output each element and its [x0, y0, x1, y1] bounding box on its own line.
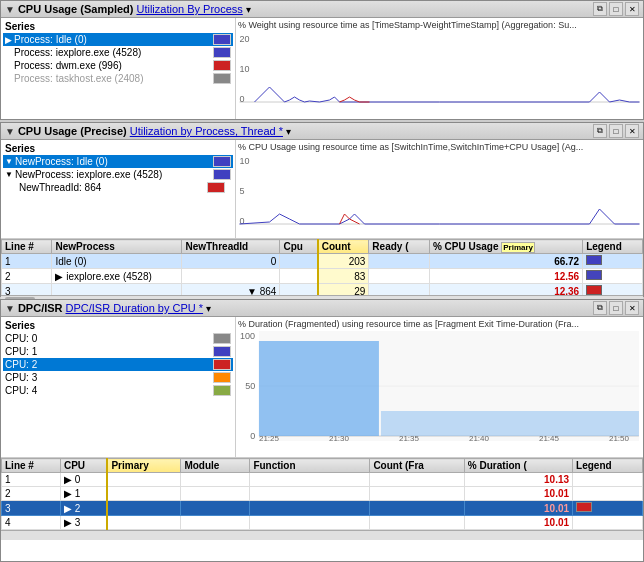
row1-cpu — [280, 254, 318, 269]
col-cpuusage[interactable]: % CPU Usage Primary — [429, 240, 582, 254]
row2-ready — [369, 269, 430, 284]
p3-col-primary[interactable]: Primary — [107, 459, 180, 473]
panel-cpu-precise: ▼ CPU Usage (Precise) Utilization by Pro… — [0, 122, 644, 297]
p3-row3-module — [181, 501, 250, 516]
panel3-btn-3[interactable]: ✕ — [625, 301, 639, 315]
panel1-btn-close[interactable]: ✕ — [625, 2, 639, 16]
col-newthreadid[interactable]: NewThreadId — [182, 240, 280, 254]
series-item-idle[interactable]: ▶ Process: Idle (0) — [3, 33, 233, 46]
panel3-btn-2[interactable]: □ — [609, 301, 623, 315]
p3-row3-legend — [573, 501, 643, 516]
p2-series-item-1[interactable]: ▼ NewProcess: iexplore.exe (4528) — [3, 168, 233, 181]
table-row[interactable]: 3 ▼ 864 29 12.36 — [2, 284, 643, 296]
p3-col-count[interactable]: Count (Fra — [370, 459, 464, 473]
p3-row2-cpu: ▶ 1 — [60, 487, 107, 501]
panel2-chart-svg: 10 5 0 — [238, 154, 641, 229]
p3-col-cpu[interactable]: CPU — [60, 459, 107, 473]
svg-text:21:35: 21:35 — [399, 434, 420, 441]
p3-row2-function — [250, 487, 370, 501]
panel3-title: DPC/ISR — [18, 302, 63, 314]
p3-col-legend[interactable]: Legend — [573, 459, 643, 473]
panel2-data-table: Line # NewProcess NewThreadId Cpu Count … — [1, 239, 643, 295]
col-newprocess[interactable]: NewProcess — [52, 240, 182, 254]
svg-text:0: 0 — [240, 216, 245, 226]
series-item-taskhost-label: Process: taskhost.exe (2408) — [14, 73, 213, 84]
panel1-icon: ▼ — [5, 4, 15, 15]
panel3-axis-labels: 100 50 0 21:25 21:30 21:35 — [238, 331, 641, 441]
p3-series-2[interactable]: CPU: 2 — [3, 358, 233, 371]
panel3-data-table: Line # CPU Primary Module Function Count… — [1, 458, 643, 530]
svg-text:21:50: 21:50 — [609, 434, 630, 441]
panel1-dropdown-icon[interactable]: ▾ — [246, 4, 251, 15]
panel1-toolbar: ⧉ □ ✕ — [593, 2, 639, 16]
p3-row2-module — [181, 487, 250, 501]
panel2-header: ▼ CPU Usage (Precise) Utilization by Pro… — [1, 123, 643, 140]
p3-row4-line: 4 — [2, 516, 61, 530]
p2-color-2 — [207, 182, 225, 193]
panel2-table-body: 1 Idle (0) 0 203 66.72 2 ▶ iexplore.exe … — [2, 254, 643, 296]
panel2-btn-3[interactable]: ✕ — [625, 124, 639, 138]
table-row[interactable]: 1 ▶ 0 10.13 — [2, 473, 643, 487]
table-row-selected[interactable]: 3 ▶ 2 10.01 — [2, 501, 643, 516]
p3-row3-primary — [107, 501, 180, 516]
series-item-dwm-color — [213, 60, 231, 71]
p3-row2-duration: 10.01 — [464, 487, 572, 501]
p3-row3-line: 3 — [2, 501, 61, 516]
p3-row1-function — [250, 473, 370, 487]
p3-row1-count — [370, 473, 464, 487]
p3-series-1[interactable]: CPU: 1 — [3, 345, 233, 358]
panel3-series-label: Series — [3, 319, 233, 332]
series-item-iexplore[interactable]: ▶ Process: iexplore.exe (4528) — [3, 46, 233, 59]
col-ready[interactable]: Ready ( — [369, 240, 430, 254]
panel1-header: ▼ CPU Usage (Sampled) Utilization By Pro… — [1, 1, 643, 18]
col-cpu[interactable]: Cpu — [280, 240, 318, 254]
panel1-btn-multiwindow[interactable]: ⧉ — [593, 2, 607, 16]
table-row[interactable]: 2 ▶ 1 10.01 — [2, 487, 643, 501]
svg-rect-12 — [381, 411, 639, 436]
series-item-iexplore-color — [213, 47, 231, 58]
p3-series-0[interactable]: CPU: 0 — [3, 332, 233, 345]
row2-cpu — [280, 269, 318, 284]
col-legend[interactable]: Legend — [583, 240, 643, 254]
p2-color-0 — [213, 156, 231, 167]
series-item-taskhost[interactable]: ▶ Process: taskhost.exe (2408) — [3, 72, 233, 85]
p3-col-line[interactable]: Line # — [2, 459, 61, 473]
p3-col-duration[interactable]: % Duration ( — [464, 459, 572, 473]
row3-line: 3 — [2, 284, 52, 296]
p3-series-label-0: CPU: 0 — [5, 333, 213, 344]
panel3-collapse-icon: ▼ — [5, 303, 15, 314]
p3-series-3[interactable]: CPU: 3 — [3, 371, 233, 384]
row1-process: Idle (0) — [52, 254, 182, 269]
panel1-btn-maximize[interactable]: □ — [609, 2, 623, 16]
p3-series-4[interactable]: CPU: 4 — [3, 384, 233, 397]
panel2-title-link[interactable]: Utilization by Process, Thread * — [130, 125, 283, 137]
panel3-series: Series CPU: 0 CPU: 1 CPU: 2 CPU: 3 — [1, 317, 236, 457]
p2-series-label-2: NewThreadId: 864 — [19, 182, 207, 193]
p2-series-item-0[interactable]: ▼ NewProcess: Idle (0) — [3, 155, 233, 168]
p3-col-module[interactable]: Module — [181, 459, 250, 473]
p2-series-item-2[interactable]: NewThreadId: 864 — [3, 181, 233, 194]
panel3-title-link[interactable]: DPC/ISR Duration by CPU * — [66, 302, 204, 314]
series-item-dwm-label: Process: dwm.exe (996) — [14, 60, 213, 71]
svg-text:21:30: 21:30 — [329, 434, 350, 441]
panel1-title-link[interactable]: Utilization By Process — [136, 3, 242, 15]
panel3-btn-1[interactable]: ⧉ — [593, 301, 607, 315]
panel2-top: Series ▼ NewProcess: Idle (0) ▼ NewProce… — [1, 140, 643, 238]
panel2-btn-1[interactable]: ⧉ — [593, 124, 607, 138]
panel2-dropdown-icon[interactable]: ▾ — [286, 126, 291, 137]
p3-col-function[interactable]: Function — [250, 459, 370, 473]
panel1-series: Series ▶ Process: Idle (0) ▶ Process: ie… — [1, 18, 236, 119]
series-item-iexplore-label: Process: iexplore.exe (4528) — [14, 47, 213, 58]
table-row[interactable]: 2 ▶ iexplore.exe (4528) 83 12.56 — [2, 269, 643, 284]
panel3-hscroll[interactable] — [1, 530, 643, 540]
panel2-btn-2[interactable]: □ — [609, 124, 623, 138]
col-line[interactable]: Line # — [2, 240, 52, 254]
series-item-dwm[interactable]: ▶ Process: dwm.exe (996) — [3, 59, 233, 72]
p3-row1-duration: 10.13 — [464, 473, 572, 487]
p3-row2-count — [370, 487, 464, 501]
col-count[interactable]: Count — [318, 240, 369, 254]
table-row[interactable]: 4 ▶ 3 10.01 — [2, 516, 643, 530]
panel3-dropdown-icon[interactable]: ▾ — [206, 303, 211, 314]
table-row[interactable]: 1 Idle (0) 0 203 66.72 — [2, 254, 643, 269]
panel3-chart-title: % Duration (Fragmented) using resource t… — [238, 319, 641, 329]
